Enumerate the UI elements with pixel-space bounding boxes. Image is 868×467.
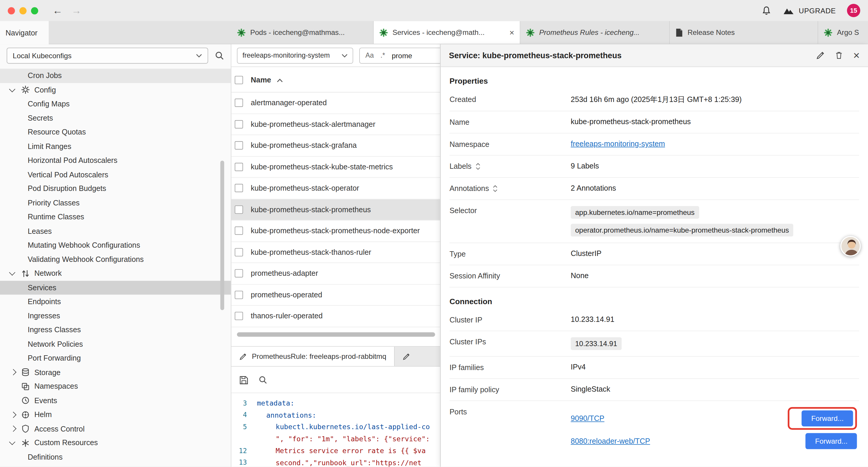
detail-value: None — [571, 271, 589, 280]
sidebar-item-validating-webhook-configurations[interactable]: Validating Webhook Configurations — [0, 252, 231, 266]
sidebar-item-events[interactable]: Events — [0, 393, 231, 408]
sidebar-item-port-forwarding[interactable]: Port Forwarding — [0, 351, 231, 365]
forward-button-nav[interactable]: → — [71, 6, 82, 16]
sidebar-item-label: Network Policies — [28, 340, 83, 348]
close-icon[interactable]: × — [853, 50, 860, 61]
sidebar-item-network-policies[interactable]: Network Policies — [0, 337, 231, 351]
sidebar-item-endpoints[interactable]: Endpoints — [0, 295, 231, 309]
row-checkbox[interactable] — [235, 184, 243, 193]
sidebar-item-cron-jobs[interactable]: Cron Jobs — [0, 68, 231, 83]
sidebar-item-custom-resources[interactable]: Custom Resources — [0, 436, 231, 450]
row-checkbox[interactable] — [235, 269, 243, 278]
minimize-window-button[interactable] — [20, 7, 27, 14]
name-column-header[interactable]: Name — [251, 76, 283, 84]
sidebar-item-pod-disruption-budgets[interactable]: Pod Disruption Budgets — [0, 182, 231, 196]
sidebar-item-runtime-classes[interactable]: Runtime Classes — [0, 210, 231, 224]
expand-toggle-icon[interactable] — [493, 185, 498, 192]
tab-navigator[interactable]: Navigator — [0, 21, 49, 44]
app-canvas: ← → UPGRADE 15 Navigator Pods - icecheng… — [0, 0, 868, 467]
sidebar-item-horizontal-pod-autoscalers[interactable]: Horizontal Pod Autoscalers — [0, 153, 231, 168]
chevron-down-icon[interactable] — [10, 272, 21, 274]
row-checkbox[interactable] — [235, 141, 243, 150]
back-button[interactable]: ← — [53, 6, 63, 16]
expand-toggle-icon[interactable] — [475, 163, 480, 170]
close-window-button[interactable] — [8, 7, 15, 14]
document-icon — [675, 28, 683, 37]
line-text: metadata: — [257, 399, 294, 407]
sidebar-item-ingress-classes[interactable]: Ingress Classes — [0, 323, 231, 337]
kubeconfig-selector[interactable]: Local Kubeconfigs — [6, 47, 208, 63]
sidebar-item-mutating-webhook-configurations[interactable]: Mutating Webhook Configurations — [0, 238, 231, 253]
sidebar-item-ingresses[interactable]: Ingresses — [0, 309, 231, 323]
row-checkbox[interactable] — [235, 312, 243, 320]
kubeconfig-icon — [379, 28, 388, 37]
row-checkbox[interactable] — [235, 120, 243, 128]
upgrade-button[interactable]: UPGRADE — [783, 6, 836, 15]
notification-badge[interactable]: 15 — [847, 4, 860, 17]
regex-toggle[interactable]: .* — [380, 52, 385, 59]
editor-search-icon[interactable] — [258, 375, 267, 384]
sidebar-item-services[interactable]: Services — [0, 281, 231, 295]
upgrade-label: UPGRADE — [799, 6, 836, 15]
chevron-right-icon[interactable] — [10, 412, 21, 417]
forward-button[interactable]: Forward... — [806, 433, 857, 449]
chevron-spacer — [10, 399, 21, 403]
delete-icon[interactable] — [835, 51, 843, 60]
sidebar-item-resource-quotas[interactable]: Resource Quotas — [0, 125, 231, 139]
bell-icon[interactable] — [761, 5, 772, 16]
sidebar-item-config-maps[interactable]: Config Maps — [0, 97, 231, 111]
sidebar-item-storage[interactable]: Storage — [0, 365, 231, 380]
sidebar-item-vertical-pod-autoscalers[interactable]: Vertical Pod Autoscalers — [0, 168, 231, 182]
forward-button[interactable]: Forward... — [802, 410, 853, 426]
sidebar-search-icon[interactable] — [215, 51, 224, 60]
maximize-window-button[interactable] — [31, 7, 38, 14]
save-icon[interactable] — [239, 375, 248, 384]
sidebar-item-secrets[interactable]: Secrets — [0, 111, 231, 125]
avatar[interactable] — [840, 236, 861, 256]
sidebar-item-network[interactable]: Network — [0, 266, 231, 281]
service-name: kube-prometheus-stack-alertmanager — [251, 120, 375, 128]
row-checkbox[interactable] — [235, 163, 243, 171]
tab-pods-icecheng-mathmas[interactable]: Pods - icecheng@mathmas... — [231, 21, 374, 44]
sidebar-item-priority-classes[interactable]: Priority Classes — [0, 196, 231, 210]
sidebar-item-label: Custom Resources — [34, 439, 98, 447]
sidebar-item-config[interactable]: Config — [0, 83, 231, 97]
chevron-down-icon — [342, 54, 348, 57]
chevron-right-icon[interactable] — [10, 427, 21, 431]
sidebar-item-limit-ranges[interactable]: Limit Ranges — [0, 139, 231, 153]
sidebar-scrollbar[interactable] — [220, 160, 224, 310]
port-link[interactable]: 9090/TCP — [571, 414, 604, 423]
namespace-link[interactable]: freeleaps-monitoring-system — [571, 140, 665, 148]
sidebar-item-helm[interactable]: Helm — [0, 408, 231, 422]
row-checkbox[interactable] — [235, 291, 243, 299]
drawer-body: PropertiesCreated253d 16h 6m ago (2025年1… — [440, 67, 868, 467]
sidebar-item-label: Definitions — [28, 453, 63, 461]
chevron-right-icon[interactable] — [10, 370, 21, 375]
select-all-checkbox[interactable] — [235, 76, 243, 84]
namespace-filter-dropdown[interactable]: freeleaps-monitoring-system — [237, 47, 353, 63]
row-checkbox[interactable] — [235, 227, 243, 235]
edit-icon[interactable] — [816, 51, 825, 60]
chevron-down-icon[interactable] — [10, 88, 21, 91]
port-link[interactable]: 8080:reloader-web/TCP — [571, 437, 650, 445]
close-icon[interactable]: × — [509, 28, 514, 37]
sidebar-item-definitions[interactable]: Definitions — [0, 450, 231, 464]
sidebar-item-label: Events — [34, 396, 57, 405]
sidebar-item-leases[interactable]: Leases — [0, 224, 231, 238]
tab-prometheus-rules-icecheng[interactable]: Prometheus Rules - icecheng... — [520, 21, 670, 44]
namespaces-icon — [21, 382, 34, 391]
sidebar-item-namespaces[interactable]: Namespaces — [0, 380, 231, 394]
row-checkbox[interactable] — [235, 248, 243, 256]
row-checkbox[interactable] — [235, 205, 243, 214]
tab-services-icecheng-math[interactable]: Services - icecheng@math...× — [374, 21, 521, 44]
horizontal-scrollbar[interactable] — [237, 332, 435, 337]
sidebar-item-access-control[interactable]: Access Control — [0, 422, 231, 436]
match-case-toggle[interactable]: Aa — [366, 52, 374, 59]
tab-argo-s[interactable]: Argo S — [818, 21, 868, 44]
chevron-down-icon[interactable] — [10, 442, 21, 444]
detail-label: Type — [450, 249, 570, 258]
row-checkbox[interactable] — [235, 99, 243, 107]
editor-tab-prometheusrule-freeleaps-prod-rabbitmq[interactable]: PrometheusRule: freeleaps-prod-rabbitmq — [231, 347, 395, 366]
port-row: 9090/TCPForward... — [571, 407, 859, 430]
tab-release-notes[interactable]: Release Notes — [670, 21, 818, 44]
